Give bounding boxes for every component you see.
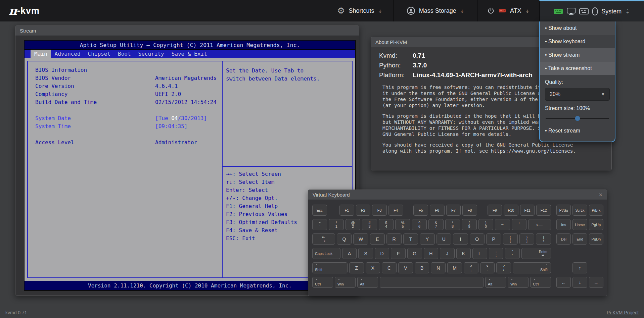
quality-select[interactable]: 20% ▼: [545, 88, 610, 101]
key-down-arrow[interactable]: ↓: [572, 277, 587, 288]
key-equals[interactable]: +=: [512, 219, 526, 230]
bios-tab-advanced[interactable]: Advanced: [51, 50, 84, 58]
key-print-screen[interactable]: Pt/Sq: [556, 205, 571, 216]
bios-tab-security[interactable]: Security: [135, 50, 168, 58]
key-9[interactable]: (9: [462, 219, 476, 230]
key-f10[interactable]: F10: [504, 205, 518, 216]
bios-tab-chipset[interactable]: Chipset: [84, 50, 114, 58]
key-5[interactable]: %5: [395, 219, 410, 230]
keyboard-window-header[interactable]: Virtual Keyboard ×: [308, 190, 607, 200]
key-enter[interactable]: Enter↵: [521, 248, 551, 259]
key-scroll-lock[interactable]: ScrLk: [572, 205, 587, 216]
key-d[interactable]: D: [375, 248, 389, 259]
key-n[interactable]: N: [431, 262, 446, 273]
key-f[interactable]: F: [391, 248, 406, 259]
key-end[interactable]: End: [572, 233, 587, 245]
key-0[interactable]: )0: [478, 219, 493, 230]
key-f3[interactable]: F3: [372, 205, 387, 216]
key-space[interactable]: [380, 277, 484, 288]
key-8[interactable]: *8: [445, 219, 460, 230]
key-l[interactable]: L: [472, 248, 487, 259]
key-del[interactable]: Del: [556, 233, 571, 245]
key-2[interactable]: @2: [346, 219, 360, 230]
key-ctrl-right[interactable]: Ctrl: [530, 277, 551, 288]
key-f2[interactable]: F2: [356, 205, 371, 216]
key-ins[interactable]: Ins: [556, 219, 571, 230]
key-alt-right[interactable]: Alt: [485, 277, 506, 288]
key-f7[interactable]: F7: [446, 205, 461, 216]
key-f9[interactable]: F9: [488, 205, 502, 216]
key-period[interactable]: >.: [480, 262, 495, 273]
key-f5[interactable]: F5: [413, 205, 428, 216]
key-pgdn[interactable]: PgDn: [589, 233, 603, 245]
key-b[interactable]: B: [415, 262, 429, 273]
key-r[interactable]: R: [386, 233, 401, 245]
key-up-arrow[interactable]: ↑: [572, 262, 587, 273]
key-backslash[interactable]: |\: [536, 233, 551, 245]
bios-tab-main[interactable]: Main: [31, 50, 51, 58]
key-j[interactable]: J: [440, 248, 455, 259]
key-caps-lock[interactable]: Caps Lock: [312, 248, 340, 259]
bios-tab-boot[interactable]: Boot: [114, 50, 135, 58]
menu-item-show-about[interactable]: • Show about: [540, 21, 615, 35]
key-m[interactable]: M: [447, 262, 462, 273]
key-1[interactable]: !1: [329, 219, 343, 230]
key-x[interactable]: X: [366, 262, 380, 273]
bios-tab-save-exit[interactable]: Save & Exit: [168, 50, 211, 58]
key-minus[interactable]: _-: [495, 219, 510, 230]
menu-shortcuts[interactable]: ⚙ Shortcuts ⇣: [326, 0, 394, 21]
key-6[interactable]: ^6: [412, 219, 427, 230]
key-c[interactable]: C: [382, 262, 397, 273]
menu-item-show-keyboard[interactable]: • Show keyboard: [540, 35, 615, 48]
key-f4[interactable]: F4: [388, 205, 403, 216]
key-alt-left[interactable]: Alt: [357, 277, 378, 288]
license-link[interactable]: https://www.gnu.org/licenses: [491, 148, 573, 154]
key-pgup[interactable]: PgUp: [589, 219, 603, 230]
close-icon[interactable]: ×: [599, 192, 602, 198]
key-home[interactable]: Home: [572, 219, 587, 230]
key-f1[interactable]: F1: [339, 205, 354, 216]
key-f8[interactable]: F8: [462, 205, 477, 216]
key-f6[interactable]: F6: [430, 205, 445, 216]
key-u[interactable]: U: [436, 233, 451, 245]
slider-handle[interactable]: [575, 116, 580, 121]
key-4[interactable]: $4: [379, 219, 394, 230]
key-quote[interactable]: "': [505, 248, 520, 259]
key-w[interactable]: W: [353, 233, 368, 245]
key-shift-left[interactable]: Shift: [312, 262, 348, 273]
key-left-arrow[interactable]: ←: [556, 277, 571, 288]
key-g[interactable]: G: [407, 248, 422, 259]
menu-item-take-screenshot[interactable]: • Take a screenshot: [540, 62, 615, 75]
key-e[interactable]: E: [370, 233, 385, 245]
key-q[interactable]: Q: [337, 233, 352, 245]
key-backspace[interactable]: ⟵: [528, 219, 551, 230]
key-p[interactable]: P: [486, 233, 501, 245]
bios-screen[interactable]: Aptio Setup Utility – Copyright (C) 2011…: [24, 40, 356, 291]
key-tab[interactable]: ⇤⇥: [312, 233, 335, 245]
key-semicolon[interactable]: :;: [489, 248, 504, 259]
key-right-arrow[interactable]: →: [589, 277, 603, 288]
key-bracket-right[interactable]: }]: [519, 233, 534, 245]
key-t[interactable]: T: [403, 233, 418, 245]
key-3[interactable]: #3: [362, 219, 377, 230]
key-z[interactable]: Z: [349, 262, 364, 273]
key-o[interactable]: O: [470, 233, 485, 245]
key-7[interactable]: &7: [428, 219, 443, 230]
key-slash[interactable]: ?/: [496, 262, 511, 273]
menu-system[interactable]: System ⇣: [539, 0, 644, 21]
key-ctrl-left[interactable]: Ctrl: [312, 277, 333, 288]
menu-mass-storage[interactable]: Mass Storage ⇣: [394, 0, 477, 21]
key-comma[interactable]: <,: [464, 262, 478, 273]
key-f11[interactable]: F11: [520, 205, 535, 216]
key-v[interactable]: V: [398, 262, 413, 273]
key-y[interactable]: Y: [420, 233, 434, 245]
stream-window-header[interactable]: Stream: [15, 26, 359, 36]
pikvm-project-link[interactable]: Pi-KVM Project: [607, 310, 639, 315]
key-backtick[interactable]: ~`: [312, 219, 327, 230]
key-f12[interactable]: F12: [536, 205, 551, 216]
key-h[interactable]: H: [424, 248, 439, 259]
key-i[interactable]: I: [453, 233, 468, 245]
stream-size-slider[interactable]: [546, 115, 609, 121]
menu-item-reset-stream[interactable]: • Reset stream: [540, 124, 615, 138]
key-s[interactable]: S: [358, 248, 373, 259]
